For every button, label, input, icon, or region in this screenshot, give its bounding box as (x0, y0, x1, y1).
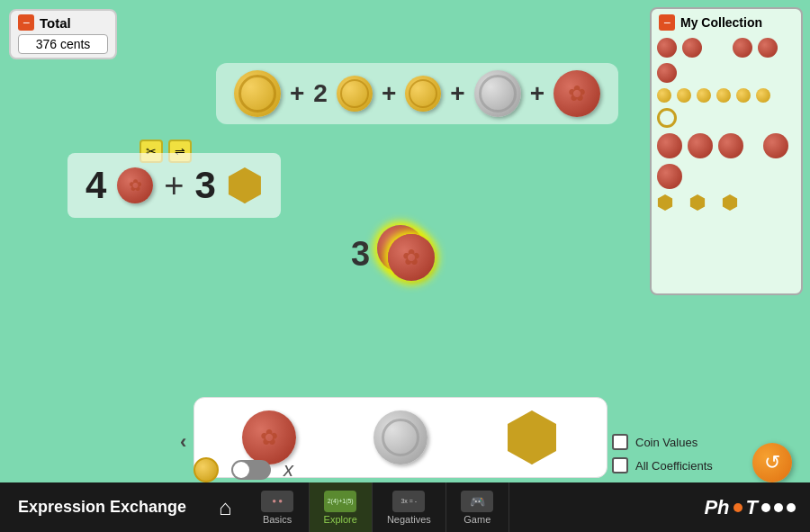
edit-coin-red[interactable] (117, 167, 153, 203)
coin-silver-1[interactable] (474, 70, 521, 117)
coll-dot-ring-1 (657, 108, 677, 128)
coll-dot-y-1 (657, 88, 671, 103)
tray-coin-silver[interactable] (374, 410, 428, 464)
tab-game[interactable]: 🎮 Game (446, 482, 509, 532)
phet-dot-white-2 (774, 503, 783, 512)
explore-tab-label: Explore (324, 514, 357, 525)
home-button[interactable]: ⌂ (204, 482, 247, 532)
coll-dot-y-5 (736, 88, 751, 103)
coin-gold-3[interactable] (405, 76, 441, 112)
plus-op-1: + (290, 79, 304, 108)
phet-text: Ph (704, 496, 729, 519)
collection-row-2 (657, 88, 796, 103)
total-collapse-button[interactable]: − (18, 14, 34, 31)
total-label: Total (40, 15, 71, 31)
collection-collapse-button[interactable]: − (659, 14, 675, 31)
edit-num-3: 3 (195, 164, 216, 207)
plus-op-2: + (382, 79, 396, 108)
coin-gold-2[interactable] (337, 76, 373, 112)
coll-dot-y-4 (716, 88, 731, 103)
plus-op-4: + (530, 79, 544, 108)
float-group: 3 (351, 225, 431, 284)
tray-coin-hex[interactable] (505, 410, 559, 464)
edit-expression-box: 4 + 3 (68, 153, 281, 218)
phet-logo: Ph T (689, 482, 810, 532)
coll-dot-red-lg-2 (688, 133, 713, 158)
expression-bar: + 2 + + + (216, 63, 618, 124)
toggle-switch[interactable] (231, 460, 271, 480)
edit-num-4: 4 (86, 164, 106, 207)
all-coefficients-label: All Coefficients (635, 459, 713, 473)
app-title: Expression Exchange (0, 482, 204, 532)
tab-basics[interactable]: ● ● Basics (247, 482, 310, 532)
collection-title: My Collection (680, 15, 762, 30)
game-tab-label: Game (464, 514, 490, 525)
tab-explore[interactable]: 2(4)+1(5) Explore (310, 482, 373, 532)
float-number: 3 (351, 235, 370, 274)
toggle-knob (233, 462, 249, 478)
phet-text-2: T (746, 496, 758, 519)
phet-dot-orange (734, 503, 742, 512)
coll-dot-red-4 (758, 38, 778, 58)
coin-values-checkbox[interactable] (612, 434, 628, 450)
collection-row-4 (657, 133, 796, 189)
coll-dot-red-1 (657, 38, 677, 58)
bottom-controls: Coin Values All Coefficients (612, 434, 713, 473)
tray-coin-red[interactable] (242, 410, 296, 464)
coll-dot-hex-3 (722, 194, 738, 211)
coll-dot-y-2 (677, 88, 691, 103)
game-tab-icon: 🎮 (461, 491, 493, 512)
plus-op-3: + (450, 79, 464, 108)
phet-dot-white (761, 503, 770, 512)
basics-tab-icon: ● ● (261, 491, 293, 512)
nav-bar: Expression Exchange ⌂ ● ● Basics 2(4)+1(… (0, 482, 810, 532)
coll-dot-red-5 (657, 63, 677, 83)
coll-dot-red-lg-3 (718, 133, 743, 158)
coll-dot-y-6 (756, 88, 770, 103)
coin-values-row: Coin Values (612, 434, 713, 450)
stack-coin-front (388, 234, 435, 281)
coll-dot-red-lg-4 (763, 133, 788, 158)
collection-panel: − My Collection (650, 7, 803, 295)
explore-tab-icon: 2(4)+1(5) (324, 491, 356, 512)
coll-dot-red-3 (733, 38, 752, 58)
edit-plus: + (164, 167, 184, 205)
tab-negatives[interactable]: 3x = - Negatives (373, 482, 446, 532)
collection-row-3 (657, 108, 796, 128)
edit-coin-hex[interactable] (227, 167, 263, 203)
phet-dot-white-3 (787, 503, 796, 512)
total-value: 376 cents (18, 34, 108, 54)
coll-dot-red-2 (682, 38, 702, 58)
coin-stack[interactable] (377, 225, 431, 284)
basics-tab-label: Basics (263, 514, 292, 525)
coin-values-label: Coin Values (635, 436, 698, 449)
expr-num-2: 2 (313, 79, 328, 108)
tray-left-arrow[interactable]: ‹ (180, 430, 186, 454)
all-coefficients-row: All Coefficients (612, 457, 713, 473)
collection-row-5 (657, 194, 796, 211)
x-variable-label: x (284, 458, 293, 482)
coll-dot-hex-2 (689, 194, 706, 211)
negatives-tab-icon: 3x = - (392, 491, 425, 512)
negatives-tab-label: Negatives (387, 514, 431, 525)
coll-dot-red-lg-1 (657, 133, 682, 158)
coll-dot-y-3 (697, 88, 711, 103)
coin-red-1[interactable] (554, 70, 600, 117)
refresh-button[interactable]: ↺ (752, 443, 792, 482)
coin-gold-1[interactable] (234, 70, 281, 117)
strip-controls: x (194, 457, 293, 482)
coll-dot-hex-1 (657, 194, 673, 211)
collection-row-1 (657, 38, 796, 83)
all-coefficients-checkbox[interactable] (612, 457, 628, 473)
strip-coin[interactable] (194, 457, 219, 482)
total-box: − Total 376 cents (9, 9, 117, 59)
coll-dot-red-lg-5 (657, 164, 682, 189)
